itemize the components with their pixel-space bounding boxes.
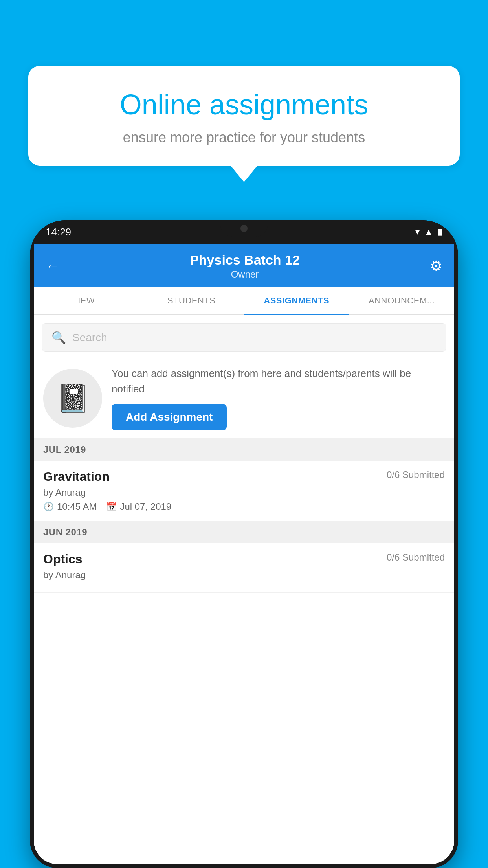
- optics-name: Optics: [43, 552, 83, 566]
- status-time: 14:29: [46, 226, 71, 238]
- bubble-title: Online assignments: [52, 88, 436, 121]
- header-title: Physics Batch 12: [60, 252, 430, 268]
- header-subtitle: Owner: [60, 269, 430, 280]
- battery-icon: ▮: [438, 227, 442, 237]
- status-bar: 14:29 ▾ ▲ ▮: [30, 220, 458, 244]
- assignment-time: 10:45 AM: [57, 501, 97, 512]
- app-header: ← Physics Batch 12 Owner ⚙: [34, 244, 454, 287]
- assignment-submitted: 0/6 Submitted: [387, 469, 445, 480]
- phone-frame: 14:29 ▾ ▲ ▮ ← Physics Batch 12 Owner ⚙ I…: [30, 220, 458, 868]
- optics-top: Optics 0/6 Submitted: [43, 552, 445, 566]
- assignment-name: Gravitation: [43, 469, 110, 484]
- search-placeholder: Search: [72, 331, 107, 344]
- phone-screen: ← Physics Batch 12 Owner ⚙ IEW STUDENTS …: [34, 244, 454, 864]
- status-icons: ▾ ▲ ▮: [415, 227, 442, 237]
- wifi-icon: ▾: [415, 227, 420, 237]
- section-header-jul: JUL 2019: [34, 439, 454, 461]
- assignment-date: Jul 07, 2019: [120, 501, 171, 512]
- screen-content: 🔍 Search 📓 You can add assignment(s) fro…: [34, 315, 454, 864]
- optics-submitted: 0/6 Submitted: [387, 552, 445, 563]
- promo-block: 📓 You can add assignment(s) from here an…: [34, 358, 454, 439]
- assignment-item-gravitation[interactable]: Gravitation 0/6 Submitted by Anurag 🕐 10…: [34, 461, 454, 521]
- optics-by: by Anurag: [43, 570, 445, 581]
- assignment-top: Gravitation 0/6 Submitted: [43, 469, 445, 484]
- camera: [240, 225, 248, 232]
- date-detail: 📅 Jul 07, 2019: [106, 501, 171, 512]
- tab-students[interactable]: STUDENTS: [139, 287, 244, 314]
- notebook-icon: 📓: [56, 382, 90, 414]
- back-button[interactable]: ←: [46, 258, 60, 274]
- header-center: Physics Batch 12 Owner: [60, 252, 430, 280]
- search-bar[interactable]: 🔍 Search: [42, 323, 446, 352]
- calendar-icon: 📅: [106, 502, 117, 512]
- promo-description: You can add assignment(s) from here and …: [112, 366, 445, 397]
- section-header-jun: JUN 2019: [34, 521, 454, 543]
- promo-text-area: You can add assignment(s) from here and …: [112, 366, 445, 430]
- time-detail: 🕐 10:45 AM: [43, 501, 97, 512]
- assignment-details: 🕐 10:45 AM 📅 Jul 07, 2019: [43, 501, 445, 512]
- assignment-item-optics[interactable]: Optics 0/6 Submitted by Anurag: [34, 543, 454, 593]
- assignment-by: by Anurag: [43, 487, 445, 498]
- tab-announcements[interactable]: ANNOUNCEM...: [349, 287, 455, 314]
- settings-icon[interactable]: ⚙: [430, 258, 442, 274]
- signal-icon: ▲: [424, 227, 433, 237]
- tab-assignments[interactable]: ASSIGNMENTS: [244, 287, 349, 314]
- search-icon: 🔍: [51, 331, 66, 344]
- promo-icon-circle: 📓: [43, 369, 102, 428]
- phone-notch: [220, 220, 268, 237]
- bubble-subtitle: ensure more practice for your students: [52, 129, 436, 146]
- clock-icon: 🕐: [43, 502, 54, 512]
- tab-iew[interactable]: IEW: [34, 287, 139, 314]
- tabs-bar: IEW STUDENTS ASSIGNMENTS ANNOUNCEM...: [34, 287, 454, 315]
- speech-bubble-card: Online assignments ensure more practice …: [28, 66, 460, 166]
- add-assignment-button[interactable]: Add Assignment: [112, 404, 227, 430]
